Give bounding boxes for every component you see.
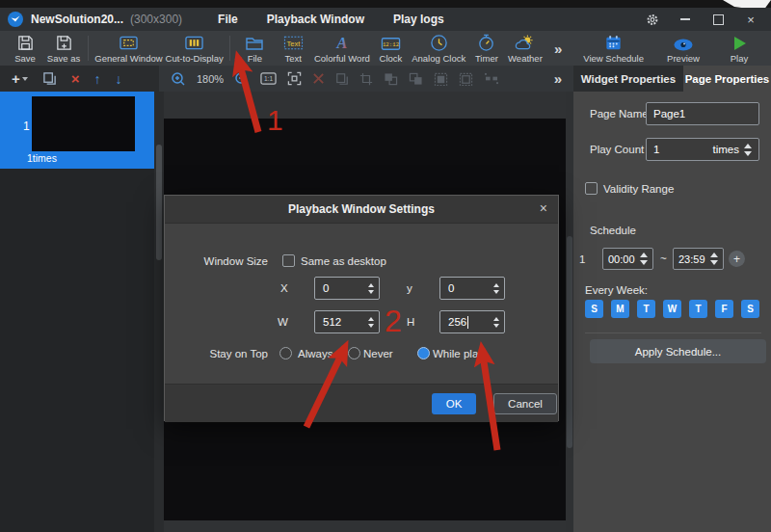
- radio-always[interactable]: [279, 347, 292, 359]
- play-count-input[interactable]: 1 times: [646, 138, 759, 161]
- weekday-sat[interactable]: S: [741, 300, 759, 318]
- menu-file[interactable]: File: [203, 10, 253, 29]
- dialog-footer: OK Cancel: [165, 384, 558, 422]
- view-schedule-button[interactable]: View Schedule: [583, 33, 644, 64]
- colorful-word-icon: A: [333, 33, 351, 52]
- main-toolbar: Save Save as General Window Cut-to-Displ…: [0, 31, 771, 66]
- solution-size-hint: (300x300): [130, 13, 182, 26]
- fit-to-window-button[interactable]: [287, 71, 302, 86]
- delete-page-button[interactable]: ×: [71, 71, 80, 86]
- time-range-tilde: ~: [660, 253, 667, 264]
- timer-widget-button[interactable]: Timer: [470, 33, 503, 64]
- analog-clock-icon: [430, 33, 448, 52]
- radio-never[interactable]: [348, 347, 360, 359]
- bring-forward-icon: [384, 72, 398, 86]
- app-logo-icon: [8, 12, 23, 27]
- x-stepper[interactable]: [368, 283, 379, 294]
- tab-widget-properties[interactable]: Widget Properties: [573, 66, 683, 92]
- same-as-desktop-checkbox[interactable]: [282, 254, 295, 267]
- weather-icon: [515, 33, 536, 52]
- schedule-end-time-input[interactable]: 23:59: [673, 248, 724, 270]
- copy-page-button[interactable]: [42, 71, 57, 86]
- cancel-button[interactable]: Cancel: [493, 393, 557, 414]
- send-to-back-icon: [459, 72, 473, 86]
- delete-widget-icon: [312, 72, 325, 85]
- page-list-item-selected[interactable]: 1 1times: [0, 92, 154, 169]
- zoom-out-icon: [234, 71, 250, 87]
- radio-while-playing[interactable]: [417, 347, 430, 359]
- dialog-header: Playback Window Settings ×: [165, 196, 558, 224]
- weekday-fri[interactable]: F: [715, 300, 733, 318]
- file-widget-button[interactable]: File: [238, 33, 271, 64]
- clock-widget-button[interactable]: 12:12 Clock: [375, 33, 408, 64]
- minimize-button[interactable]: [678, 13, 692, 26]
- canvas-scrollbar[interactable]: [566, 92, 573, 532]
- window-top-edge: [0, 0, 771, 8]
- end-time-stepper[interactable]: [710, 253, 718, 265]
- crop-icon: [359, 72, 373, 86]
- y-stepper[interactable]: [493, 283, 504, 294]
- apply-schedule-button[interactable]: Apply Schedule...: [590, 339, 766, 363]
- settings-gear-icon[interactable]: [646, 13, 659, 26]
- move-page-down-button[interactable]: ↓: [116, 72, 122, 86]
- add-page-button[interactable]: +: [12, 71, 28, 86]
- h-stepper[interactable]: [493, 317, 504, 328]
- zoom-out-button[interactable]: [234, 71, 250, 87]
- dialog-close-icon[interactable]: ×: [540, 200, 547, 216]
- bring-to-front-icon: [434, 72, 448, 86]
- tab-page-properties[interactable]: Page Properties: [683, 66, 771, 92]
- copy-widget-button-disabled: [335, 72, 349, 86]
- weekday-mon[interactable]: M: [611, 300, 629, 318]
- add-schedule-button[interactable]: +: [729, 251, 745, 267]
- y-input[interactable]: 0: [439, 277, 505, 300]
- general-window-button[interactable]: General Window: [96, 33, 161, 64]
- zoom-in-button[interactable]: [171, 71, 186, 87]
- analog-clock-widget-button[interactable]: Analog Clock: [413, 33, 465, 64]
- timer-icon: [477, 33, 495, 52]
- window-size-label: Window Size: [165, 255, 268, 267]
- toolbar-divider: [88, 36, 89, 61]
- schedule-start-time-input[interactable]: 00:00: [602, 248, 653, 270]
- play-icon: [731, 33, 748, 52]
- h-input[interactable]: 256: [439, 310, 505, 333]
- validity-range-checkbox[interactable]: [585, 182, 598, 195]
- svg-text:A: A: [336, 35, 348, 51]
- w-input[interactable]: 512: [314, 310, 380, 333]
- weekday-wed[interactable]: W: [663, 300, 681, 318]
- weekday-sun[interactable]: S: [585, 300, 603, 318]
- actual-size-button[interactable]: 1:1: [260, 71, 277, 86]
- canvas-scrollbar-thumb[interactable]: [567, 236, 572, 448]
- maximize-button[interactable]: [711, 13, 725, 26]
- save-button[interactable]: Save: [9, 33, 41, 64]
- cut-to-display-button[interactable]: Cut-to-Display: [167, 33, 222, 64]
- move-page-up-button[interactable]: ↑: [94, 72, 101, 86]
- colorful-word-button[interactable]: A Colorful Word: [315, 33, 368, 64]
- w-stepper[interactable]: [368, 317, 379, 328]
- ok-button[interactable]: OK: [432, 393, 476, 414]
- weekday-thu[interactable]: T: [689, 300, 707, 318]
- toolbar-overflow-chevron[interactable]: »: [545, 40, 572, 57]
- play-count-label: Play Count: [590, 144, 644, 155]
- y-label: y: [407, 282, 412, 294]
- save-as-button[interactable]: Save as: [47, 33, 80, 64]
- play-button[interactable]: Play: [723, 33, 756, 64]
- preview-button[interactable]: Preview: [667, 33, 700, 64]
- start-time-stepper[interactable]: [640, 253, 648, 265]
- general-window-icon: [119, 33, 139, 52]
- play-count-stepper[interactable]: [744, 144, 752, 156]
- fit-to-window-icon: [287, 71, 302, 86]
- weekday-tue[interactable]: T: [637, 300, 655, 318]
- menu-playback-window[interactable]: Playback Window: [253, 10, 379, 29]
- x-input[interactable]: 0: [314, 277, 380, 300]
- weather-widget-button[interactable]: Weather: [509, 33, 542, 64]
- page-name-input[interactable]: Page1: [646, 102, 759, 125]
- text-cursor: [467, 316, 468, 329]
- page-list-scrollbar[interactable]: [154, 92, 164, 532]
- close-button[interactable]: ×: [744, 13, 758, 26]
- text-widget-button[interactable]: Text Text: [277, 33, 309, 64]
- menu-play-logs[interactable]: Play logs: [379, 10, 459, 29]
- canvas-tools-overflow-chevron[interactable]: »: [545, 70, 573, 87]
- view-schedule-icon: [604, 33, 623, 52]
- page-list-scrollbar-thumb[interactable]: [156, 145, 162, 260]
- titlebar: NewSolution20... (300x300) File Playback…: [0, 8, 771, 31]
